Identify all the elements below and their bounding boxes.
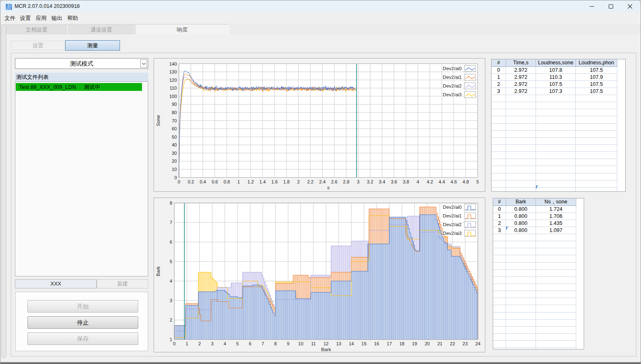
- maximize-button[interactable]: [601, 0, 620, 13]
- chevron-down-icon[interactable]: [140, 59, 147, 68]
- save-button[interactable]: 保存: [27, 332, 138, 345]
- table-cell[interactable]: [576, 159, 617, 166]
- table-cell[interactable]: [536, 124, 576, 131]
- table-cell[interactable]: [506, 138, 536, 145]
- table-cell[interactable]: 1.706: [536, 213, 576, 220]
- table-cell[interactable]: [536, 298, 576, 305]
- table-cell[interactable]: [536, 348, 576, 349]
- table-cell[interactable]: [536, 166, 576, 173]
- table-cell[interactable]: 0.800: [506, 206, 536, 213]
- stop-button[interactable]: 停止: [27, 316, 138, 329]
- table-cell[interactable]: [536, 263, 576, 270]
- table-cell[interactable]: [576, 95, 617, 102]
- table-cell[interactable]: [506, 248, 536, 255]
- table-cell[interactable]: [506, 131, 536, 138]
- menu-help[interactable]: 帮助: [66, 13, 79, 24]
- table-cell[interactable]: [493, 255, 506, 262]
- table-cell[interactable]: 1.435: [536, 220, 576, 227]
- table-cell[interactable]: [506, 313, 536, 320]
- table-cell[interactable]: [492, 173, 506, 181]
- table-cell[interactable]: [536, 334, 576, 341]
- table-cell[interactable]: [492, 188, 506, 192]
- table-cell[interactable]: 2: [492, 81, 506, 88]
- table-cell[interactable]: [536, 145, 576, 152]
- table-cell[interactable]: 1.724: [536, 206, 576, 213]
- table-cell[interactable]: 107.3: [536, 88, 576, 95]
- table-cell[interactable]: [493, 277, 506, 284]
- table-cell[interactable]: [536, 152, 576, 159]
- table-cell[interactable]: [536, 173, 576, 181]
- table-cell[interactable]: [506, 181, 536, 188]
- table-cell[interactable]: [493, 234, 506, 241]
- table-cell[interactable]: [506, 152, 536, 159]
- table-cell[interactable]: [492, 95, 506, 102]
- table-cell[interactable]: [506, 173, 536, 181]
- table-cell[interactable]: [536, 305, 576, 312]
- table-cell[interactable]: [506, 166, 536, 173]
- table-cell[interactable]: [493, 284, 506, 291]
- table-cell[interactable]: [536, 116, 576, 123]
- table-cell[interactable]: 0.800: [506, 213, 536, 220]
- table-cell[interactable]: [576, 173, 617, 181]
- tab-channel-settings[interactable]: 通道设置: [68, 24, 135, 34]
- table-cell[interactable]: 0.800: [506, 220, 536, 227]
- table-cell[interactable]: [506, 159, 536, 166]
- table-cell[interactable]: 0: [493, 206, 506, 213]
- table-cell[interactable]: [536, 234, 576, 241]
- close-button[interactable]: [620, 0, 639, 13]
- table-cell[interactable]: [493, 334, 506, 341]
- table-cell[interactable]: 2.972: [506, 74, 536, 81]
- table-cell[interactable]: [576, 109, 617, 116]
- table-cell[interactable]: [576, 145, 617, 152]
- measure-view-button[interactable]: 测量: [65, 40, 120, 51]
- table-cell[interactable]: 0.800: [506, 227, 536, 234]
- table-cell[interactable]: 107.5: [536, 81, 576, 88]
- menu-file[interactable]: 文件: [4, 13, 16, 24]
- table-cell[interactable]: 110.3: [536, 74, 576, 81]
- table-cell[interactable]: [536, 291, 576, 298]
- table-cell[interactable]: [492, 102, 506, 109]
- table-cell[interactable]: [576, 102, 617, 109]
- table-cell[interactable]: [506, 234, 536, 241]
- table-cell[interactable]: [506, 145, 536, 152]
- table-cell[interactable]: [493, 348, 506, 349]
- table-cell[interactable]: [536, 313, 576, 320]
- table-cell[interactable]: [492, 109, 506, 116]
- table-cell[interactable]: [506, 109, 536, 116]
- table-cell[interactable]: [576, 116, 617, 123]
- table-cell[interactable]: [493, 263, 506, 270]
- table-cell[interactable]: [506, 102, 536, 109]
- table-cell[interactable]: [492, 159, 506, 166]
- table-cell[interactable]: [576, 138, 617, 145]
- table-cell[interactable]: 107.9: [576, 74, 617, 81]
- table-cell[interactable]: 107.5: [576, 88, 617, 95]
- table-cell[interactable]: 2: [493, 220, 506, 227]
- table-cell[interactable]: [492, 152, 506, 159]
- table-cell[interactable]: [492, 138, 506, 145]
- table-cell[interactable]: [536, 138, 576, 145]
- table-cell[interactable]: [506, 334, 536, 341]
- table-cell[interactable]: [492, 166, 506, 173]
- table-cell[interactable]: [506, 116, 536, 123]
- table-cell[interactable]: 1: [493, 213, 506, 220]
- table-cell[interactable]: [536, 102, 576, 109]
- table-cell[interactable]: [506, 277, 536, 284]
- table-cell[interactable]: [576, 124, 617, 131]
- table-cell[interactable]: [506, 305, 536, 312]
- table-cell[interactable]: 0: [492, 67, 506, 74]
- menu-output[interactable]: 输出: [51, 13, 63, 24]
- table-cell[interactable]: [536, 248, 576, 255]
- table-cell[interactable]: [493, 241, 506, 248]
- new-button[interactable]: 新建: [97, 279, 148, 288]
- table-cell[interactable]: [492, 181, 506, 188]
- table-cell[interactable]: [506, 188, 536, 192]
- table-cell[interactable]: [536, 327, 576, 334]
- xxx-button[interactable]: XXX: [15, 279, 97, 288]
- table-cell[interactable]: [493, 298, 506, 305]
- table-cell[interactable]: [536, 181, 576, 188]
- table-cell[interactable]: [492, 124, 506, 131]
- table-cell[interactable]: [576, 131, 617, 138]
- table-cell[interactable]: [536, 255, 576, 262]
- table-cell[interactable]: 107.5: [576, 67, 617, 74]
- table-cell[interactable]: [493, 341, 506, 348]
